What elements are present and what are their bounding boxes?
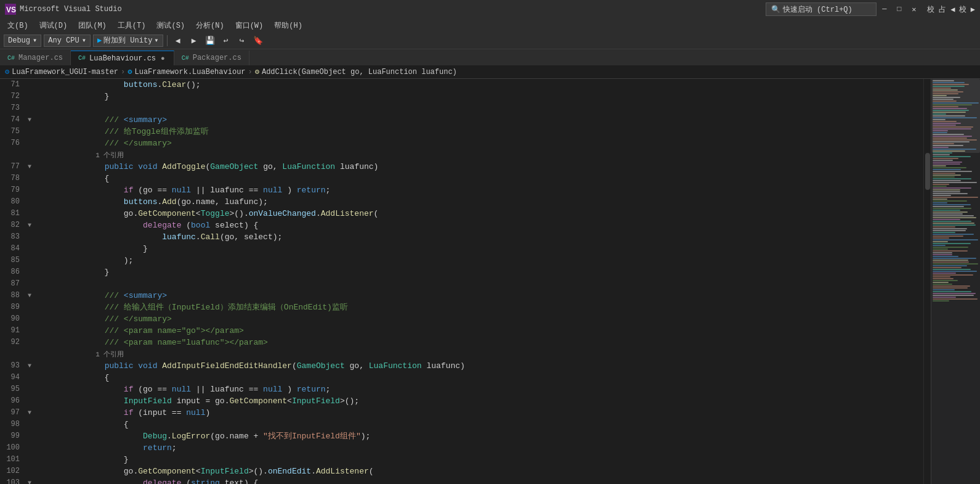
token: . (196, 232, 201, 242)
line-number: 80 (0, 196, 25, 208)
line-number: 77 (0, 161, 25, 173)
toolbar-bookmark-btn[interactable]: 🔖 (251, 35, 265, 47)
collapse-button[interactable]: ▼ (25, 114, 34, 126)
minimap-line (933, 171, 972, 172)
token: go. (47, 209, 138, 218)
table-row: 94 { (0, 372, 923, 384)
breadcrumb-method[interactable]: AddClick(GameObject go, LuaFunction luaf… (262, 68, 457, 76)
code-content: delegate (string text) { (44, 477, 923, 484)
menu-item-调试(D)[interactable]: 调试(D) (34, 19, 73, 32)
menu-item-测试(S)[interactable]: 测试(S) (152, 19, 190, 32)
play-icon: ▶ (97, 36, 102, 45)
tab-close-btn[interactable]: ● (160, 54, 166, 63)
collapse-button[interactable]: ▼ (25, 290, 34, 301)
menu-item-团队(M)[interactable]: 团队(M) (73, 19, 111, 32)
breadcrumb-project[interactable]: LuaFramework_UGUI-master (12, 68, 118, 76)
token: { (47, 420, 129, 429)
scrollbar-thumb[interactable] (925, 153, 930, 190)
minimap-line (933, 100, 957, 102)
collapse-button[interactable]: ▼ (25, 161, 34, 173)
token: ); (361, 432, 371, 441)
minimap-line (933, 276, 950, 277)
breadcrumb-sep-1: › (121, 68, 125, 76)
toolbar-save-btn[interactable]: 💾 (203, 35, 217, 47)
token: null (263, 186, 282, 195)
minimap-line (933, 213, 963, 215)
cpu-dropdown[interactable]: Any CPU ▾ (44, 35, 91, 47)
token: public (105, 361, 134, 371)
table-row: 103▼ delegate (string text) { (0, 477, 923, 484)
token: input = go. (172, 396, 230, 406)
table-row: 83 luafunc.Call(go, select); (0, 231, 923, 243)
code-content: /// <summary> (44, 114, 923, 126)
minimap-line (933, 115, 965, 117)
attach-button[interactable]: ▶ 附加到 Unity ▾ (93, 35, 163, 47)
table-row: 74▼ /// <summary> (0, 114, 923, 126)
code-editor[interactable]: 71 buttons.Clear();72 }7374▼ /// <summar… (0, 79, 923, 484)
vertical-scrollbar[interactable] (923, 79, 931, 484)
menu-item-帮助(H)[interactable]: 帮助(H) (269, 19, 307, 32)
tab-LuaBehaviour-cs[interactable]: C#LuaBehaviour.cs● (71, 51, 174, 65)
toolbar-undo-btn[interactable]: ↩ (219, 35, 233, 47)
tab-Manager-cs[interactable]: C#Manager.cs (0, 51, 71, 65)
line-number: 76 (0, 137, 25, 149)
token: Call (201, 232, 220, 242)
minimap-line (933, 136, 972, 137)
minimap[interactable] (931, 79, 980, 484)
token: string (191, 478, 220, 484)
collapse-button[interactable]: ▼ (25, 219, 34, 231)
code-content: } (44, 91, 923, 102)
table-row: 93▼ public void AddInputFieldEndEditHand… (0, 360, 923, 372)
minimap-line (933, 91, 963, 92)
token: AddToggle (162, 162, 205, 171)
token: >(). (249, 467, 268, 476)
menu-item-文(B)[interactable]: 文(B) (2, 19, 33, 32)
tab-Packager-cs[interactable]: C#Packager.cs (174, 51, 249, 65)
minimap-line (933, 236, 963, 237)
code-content: } (44, 454, 923, 466)
token (47, 291, 105, 300)
toolbar-back-btn[interactable]: ◀ (171, 35, 185, 47)
minimap-line (933, 97, 960, 98)
token (47, 432, 143, 441)
menu-item-窗口(W)[interactable]: 窗口(W) (230, 19, 269, 32)
minimap-line (933, 145, 963, 146)
table-row: 80 buttons.Add(go.name, luafunc); (0, 196, 923, 208)
token: InputField (292, 396, 340, 406)
toolbar-redo-btn[interactable]: ↪ (235, 35, 249, 47)
token: /// <param name="go"></param> (105, 326, 244, 335)
close-button[interactable]: ✕ (907, 2, 921, 16)
minimap-line (933, 106, 958, 107)
minimap-line (933, 186, 947, 187)
toolbar-separator-1 (167, 35, 168, 46)
toolbar-fwd-btn[interactable]: ▶ (187, 35, 201, 47)
token: { (47, 373, 109, 382)
token (47, 197, 124, 207)
quick-launch-input[interactable]: 🔍 快速启动 (Ctrl+Q) (766, 2, 877, 16)
line-number: 100 (0, 442, 25, 454)
minimize-button[interactable]: — (878, 2, 891, 16)
table-row: 87 (0, 278, 923, 290)
debug-dropdown[interactable]: Debug ▾ (4, 35, 41, 47)
token: . (316, 209, 321, 218)
token: LuaFunction (369, 361, 422, 371)
minimap-line (933, 134, 964, 135)
collapse-button[interactable]: ▼ (25, 360, 34, 372)
code-content: /// </summary> (44, 137, 923, 149)
token: GetComponent (138, 467, 196, 476)
code-content: return; (44, 442, 923, 454)
breadcrumb-class[interactable]: LuaFramework.LuaBehaviour (135, 68, 246, 76)
collapse-button[interactable]: ▼ (25, 407, 34, 419)
table-row: 85 ); (0, 255, 923, 266)
table-row: 88▼ /// <summary> (0, 290, 923, 301)
minimap-line (933, 210, 960, 211)
minimap-line (933, 95, 947, 96)
maximize-button[interactable]: □ (893, 2, 906, 16)
minimap-line (933, 269, 971, 270)
menu-item-分析(N)[interactable]: 分析(N) (191, 19, 229, 32)
code-lines: 71 buttons.Clear();72 }7374▼ /// <summar… (0, 79, 923, 484)
menu-item-工具(T)[interactable]: 工具(T) (113, 19, 151, 32)
collapse-button[interactable]: ▼ (25, 477, 34, 484)
minimap-line (933, 284, 952, 285)
minimap-line (933, 110, 969, 111)
